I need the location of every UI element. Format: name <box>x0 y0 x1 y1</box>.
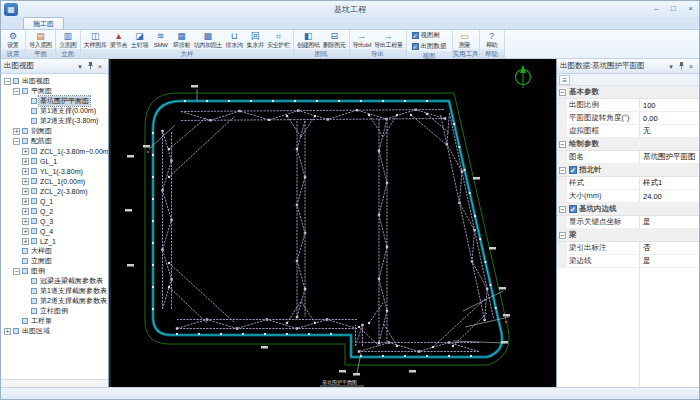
checkbox-icon[interactable]: ✓ <box>569 205 577 213</box>
tree-item-立柱图例[interactable]: 立柱图例 <box>1 306 108 316</box>
tree-item-工程量[interactable]: 工程量 <box>1 316 108 326</box>
ribbon-button-安全护栏[interactable]: ⌗安全护栏 <box>266 31 291 49</box>
property-row-大小(mm)[interactable]: 大小(mm)24.00 <box>557 190 699 203</box>
collapse-minus-icon[interactable]: − <box>559 167 566 174</box>
panel-close-icon[interactable]: × <box>95 61 105 72</box>
tree-item-第1道支撑截面参数表[interactable]: 第1道支撑截面参数表 <box>1 286 108 296</box>
property-row-样式[interactable]: 样式样式1 <box>557 177 699 190</box>
collapse-minus-icon[interactable]: − <box>559 141 566 148</box>
ribbon-button-立面图[interactable]: ▥立面图 <box>58 31 78 49</box>
expand-plus-icon[interactable]: + <box>13 128 20 135</box>
ribbon-button-导入底图[interactable]: ▤导入底图 <box>28 31 53 49</box>
ribbon-button-导出dxf[interactable]: →导出dxf <box>352 31 373 49</box>
tree-item-ZCL_1(-3.80m~0.00m)[interactable]: +ZCL_1(-3.80m~0.00m) <box>1 146 108 156</box>
panel-pin-icon[interactable] <box>85 61 95 72</box>
tree-item-图例[interactable]: −图例 <box>1 266 108 276</box>
expand-plus-icon[interactable]: + <box>22 148 29 155</box>
tree-item-第2道支撑截面参数表[interactable]: 第2道支撑截面参数表 <box>1 296 108 306</box>
property-category-基坑内边线[interactable]: −✓基坑内边线 <box>557 203 699 216</box>
tree-item-Q_3[interactable]: +Q_3 <box>1 216 108 226</box>
tree-item-出图视图[interactable]: −出图视图 <box>1 76 108 86</box>
tree-item-基坑围护平面图[interactable]: 基坑围护平面图 <box>1 96 108 106</box>
collapse-minus-icon[interactable]: − <box>13 268 20 275</box>
expand-plus-icon[interactable]: + <box>4 328 11 335</box>
cad-canvas[interactable]: 基坑围护平面图 <box>109 59 556 387</box>
ribbon-button-大样图库[interactable]: ◫大样图库 <box>83 31 108 49</box>
collapse-minus-icon[interactable]: − <box>13 138 20 145</box>
property-value[interactable]: 是 <box>639 217 699 227</box>
ribbon-button-删除图元[interactable]: ⊟删除图元 <box>322 31 347 49</box>
tree-item-平面图[interactable]: −平面图 <box>1 86 108 96</box>
tree-item-LZ_1[interactable]: +LZ_1 <box>1 236 108 246</box>
expand-plus-icon[interactable]: + <box>22 198 29 205</box>
categorize-icon[interactable]: ≡ <box>559 75 570 85</box>
tree-item-出图区域[interactable]: +出图区域 <box>1 326 108 336</box>
expand-plus-icon[interactable]: + <box>22 218 29 225</box>
tree-item-大样图[interactable]: 大样图 <box>1 246 108 256</box>
tree-item-ZCL_1(0.00m)[interactable]: +ZCL_1(0.00m) <box>1 176 108 186</box>
property-value[interactable]: 是 <box>639 256 699 266</box>
tree-item-GL_1[interactable]: +GL_1 <box>1 156 108 166</box>
panel-dropdown-icon[interactable]: ▾ <box>75 61 85 72</box>
collapse-minus-icon[interactable]: − <box>559 206 566 213</box>
panel-dropdown-icon[interactable]: ▾ <box>666 61 676 72</box>
property-category-绘制参数[interactable]: −绘制参数 <box>557 138 699 151</box>
property-value[interactable]: 基坑围护平面图 <box>639 152 699 162</box>
property-value[interactable]: 样式1 <box>639 178 699 188</box>
property-row-图名[interactable]: 图名基坑围护平面图 <box>557 151 699 164</box>
property-value[interactable]: 24.00 <box>639 192 699 201</box>
tree-item-剖面图[interactable]: +剖面图 <box>1 126 108 136</box>
collapse-minus-icon[interactable]: − <box>559 232 566 239</box>
tree-item-YL_1(-3.80m)[interactable]: +YL_1(-3.80m) <box>1 166 108 176</box>
ribbon-button-创建图纸[interactable]: ◧创建图纸 <box>296 31 321 49</box>
property-category-梁[interactable]: −梁 <box>557 229 699 242</box>
expand-plus-icon[interactable]: + <box>22 158 29 165</box>
panel-close-icon[interactable]: × <box>686 61 696 72</box>
property-category-基本参数[interactable]: −基本参数 <box>557 86 699 99</box>
property-value[interactable]: 否 <box>639 243 699 253</box>
property-row-显示关键点坐标[interactable]: 显示关键点坐标是 <box>557 216 699 229</box>
collapse-minus-icon[interactable]: − <box>13 88 20 95</box>
close-button[interactable]: × <box>682 2 699 16</box>
property-value[interactable]: 无 <box>639 126 699 136</box>
ribbon-button-坑内加固土[interactable]: ▩坑内加固土 <box>193 31 224 49</box>
ribbon-button-帮助[interactable]: ?帮助 <box>482 31 502 49</box>
property-row-梁边线[interactable]: 梁边线是 <box>557 255 699 268</box>
tree-item-冠梁连梁截面参数表[interactable]: 冠梁连梁截面参数表 <box>1 276 108 286</box>
expand-plus-icon[interactable]: + <box>22 208 29 215</box>
collapse-minus-icon[interactable]: − <box>559 89 566 96</box>
collapse-minus-icon[interactable]: − <box>4 78 11 85</box>
minimize-button[interactable]: – <box>648 2 665 16</box>
ribbon-button-SMW[interactable]: ≋SMW <box>151 31 171 49</box>
expand-plus-icon[interactable]: + <box>22 238 29 245</box>
tree-item-第2道支撑(-3.80m)[interactable]: 第2道支撑(-3.80m) <box>1 116 108 126</box>
maximize-button[interactable]: □ <box>665 2 682 16</box>
tree-item-立面图[interactable]: 立面图 <box>1 256 108 266</box>
property-row-平面图旋转角度(°)[interactable]: 平面图旋转角度(°)0.00 <box>557 112 699 125</box>
checkbox-icon[interactable]: ✓ <box>569 166 577 174</box>
ribbon-button-土钉墙[interactable]: ◪土钉墙 <box>130 31 150 49</box>
ribbon-button-排水沟[interactable]: ⊔排水沟 <box>224 31 244 49</box>
tree-item-Q_4[interactable]: +Q_4 <box>1 226 108 236</box>
ribbon-checkbox-视图树[interactable]: ✓视图树 <box>412 31 447 40</box>
panel-pin-icon[interactable] <box>676 61 686 72</box>
expand-plus-icon[interactable]: + <box>22 228 29 235</box>
ribbon-button-双排桩[interactable]: ▦双排桩 <box>172 31 192 49</box>
property-row-虚拟图框[interactable]: 虚拟图框无 <box>557 125 699 138</box>
tree-item-Q_1[interactable]: +Q_1 <box>1 196 108 206</box>
ribbon-button-梁节点[interactable]: ▲梁节点 <box>109 31 129 49</box>
tab-construction-drawing[interactable]: 施工图 <box>23 17 64 29</box>
tree-item-Q_2[interactable]: +Q_2 <box>1 206 108 216</box>
ribbon-button-设置[interactable]: ⚙设置 <box>3 31 23 49</box>
ribbon-checkbox-出图数据[interactable]: ✓出图数据 <box>412 42 447 51</box>
tree-item-ZCL_2(-3.80m)[interactable]: +ZCL_2(-3.80m) <box>1 186 108 196</box>
ribbon-button-集水井[interactable]: 回集水井 <box>245 31 265 49</box>
property-row-出图比例[interactable]: 出图比例100 <box>557 99 699 112</box>
tree-horizontal-scrollbar[interactable] <box>1 379 108 387</box>
ribbon-button-导出工程量[interactable]: →导出工程量 <box>373 31 404 49</box>
expand-plus-icon[interactable]: + <box>22 178 29 185</box>
property-row-梁引出标注[interactable]: 梁引出标注否 <box>557 242 699 255</box>
expand-plus-icon[interactable]: + <box>22 188 29 195</box>
property-category-指北针[interactable]: −✓指北针 <box>557 164 699 177</box>
ribbon-button-测量[interactable]: ▭测量 <box>455 31 475 49</box>
